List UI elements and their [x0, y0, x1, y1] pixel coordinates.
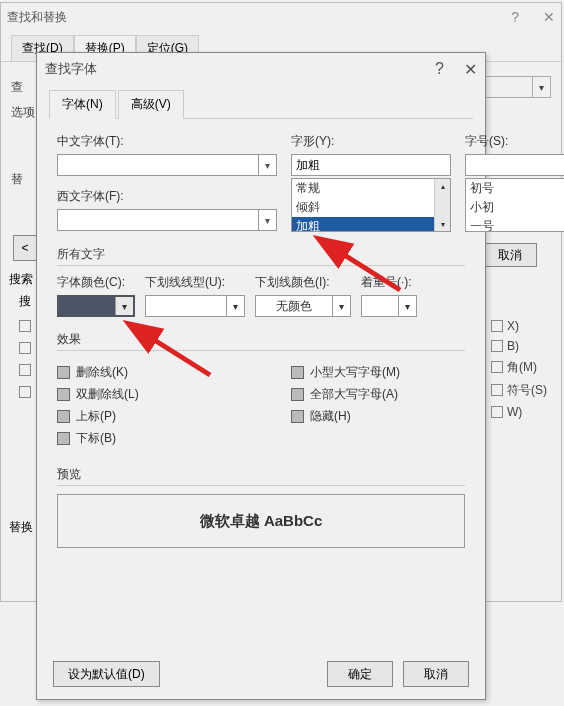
outer-cancel-button[interactable]: 取消 — [483, 243, 537, 267]
help-icon[interactable]: ? — [435, 60, 444, 78]
checkbox[interactable] — [19, 342, 31, 354]
chevron-down-icon[interactable]: ▾ — [332, 296, 350, 316]
chevron-down-icon[interactable]: ▾ — [258, 155, 276, 175]
checkbox-smallcaps[interactable] — [291, 366, 304, 379]
close-icon[interactable]: ✕ — [464, 60, 477, 79]
label-size: 字号(S): — [465, 133, 564, 150]
help-icon[interactable]: ? — [511, 9, 519, 25]
label-repl2: 替换 — [9, 519, 33, 536]
style-input-combo[interactable] — [291, 154, 451, 176]
checkbox[interactable] — [491, 384, 503, 396]
list-item[interactable]: 初号 — [466, 179, 564, 198]
cn-font-input[interactable] — [58, 155, 258, 175]
label-cn-font: 中文字体(T): — [57, 133, 277, 150]
preview-text: 微软卓越 AaBbCc — [200, 512, 323, 531]
checkbox-subscript[interactable] — [57, 432, 70, 445]
font-color-combo[interactable]: ▾ — [57, 295, 135, 317]
size-input[interactable] — [466, 155, 564, 175]
checkbox[interactable] — [19, 386, 31, 398]
list-item-selected[interactable]: 加粗 — [292, 217, 450, 232]
size-listbox[interactable]: 初号 小初 一号 ▴▾ — [465, 178, 564, 232]
en-font-input[interactable] — [58, 210, 258, 230]
label-sub: 搜 — [19, 293, 31, 310]
section-preview: 预览 — [57, 466, 465, 486]
checkbox[interactable] — [491, 406, 503, 418]
cancel-button[interactable]: 取消 — [403, 661, 469, 687]
label-replace: 替 — [11, 171, 37, 188]
size-input-combo[interactable] — [465, 154, 564, 176]
outer-title: 查找和替换 — [7, 9, 67, 26]
underline-type-combo[interactable]: ▾ — [145, 295, 245, 317]
ok-button[interactable]: 确定 — [327, 661, 393, 687]
label-style: 字形(Y): — [291, 133, 451, 150]
font-dialog: 查找字体 ? ✕ 字体(N) 高级(V) 中文字体(T): ▾ 西文字体(F):… — [36, 52, 486, 700]
font-dialog-title: 查找字体 — [45, 60, 97, 78]
list-item[interactable]: 一号 — [466, 217, 564, 232]
set-default-button[interactable]: 设为默认值(D) — [53, 661, 160, 687]
checkbox-strikethrough[interactable] — [57, 366, 70, 379]
checkbox[interactable] — [491, 361, 503, 373]
label-search: 搜索 — [9, 271, 33, 288]
label-find: 查 — [11, 79, 37, 96]
chevron-down-icon[interactable]: ▾ — [226, 296, 244, 316]
tab-font[interactable]: 字体(N) — [49, 90, 116, 119]
cn-font-combo[interactable]: ▾ — [57, 154, 277, 176]
underline-color-combo[interactable]: 无颜色▾ — [255, 295, 351, 317]
list-item[interactable]: 倾斜 — [292, 198, 450, 217]
emphasis-combo[interactable]: ▾ — [361, 295, 417, 317]
chevron-down-icon[interactable]: ▾ — [115, 297, 133, 315]
chevron-down-icon[interactable]: ▾ — [398, 296, 416, 316]
checkbox[interactable] — [491, 340, 503, 352]
list-item[interactable]: 小初 — [466, 198, 564, 217]
en-font-combo[interactable]: ▾ — [57, 209, 277, 231]
label-underline-type: 下划线线型(U): — [145, 274, 245, 291]
label-underline-color: 下划线颜色(I): — [255, 274, 351, 291]
collapse-button[interactable]: < — [13, 235, 37, 261]
dropdown-icon[interactable]: ▾ — [532, 77, 550, 97]
section-effects: 效果 — [57, 331, 465, 351]
preview-box: 微软卓越 AaBbCc — [57, 494, 465, 548]
outer-titlebar: 查找和替换 ? ✕ — [1, 3, 561, 31]
label-font-color: 字体颜色(C): — [57, 274, 135, 291]
label-en-font: 西文字体(F): — [57, 188, 277, 205]
label-emphasis: 着重号(·): — [361, 274, 417, 291]
checkbox[interactable] — [19, 320, 31, 332]
style-input[interactable] — [292, 155, 450, 175]
chevron-down-icon[interactable]: ▾ — [258, 210, 276, 230]
tab-advanced[interactable]: 高级(V) — [118, 90, 184, 119]
checkbox-allcaps[interactable] — [291, 388, 304, 401]
checkbox-superscript[interactable] — [57, 410, 70, 423]
style-listbox[interactable]: 常规 倾斜 加粗 ▴▾ — [291, 178, 451, 232]
checkbox-hidden[interactable] — [291, 410, 304, 423]
checkbox[interactable] — [19, 364, 31, 376]
section-all-text: 所有文字 — [57, 246, 465, 266]
outer-right-options: X) B) 角(M) 符号(S) W) — [491, 313, 547, 425]
close-icon[interactable]: ✕ — [543, 9, 555, 25]
scrollbar[interactable]: ▴▾ — [434, 179, 450, 231]
list-item[interactable]: 常规 — [292, 179, 450, 198]
checkbox-double-strike[interactable] — [57, 388, 70, 401]
checkbox[interactable] — [491, 320, 503, 332]
